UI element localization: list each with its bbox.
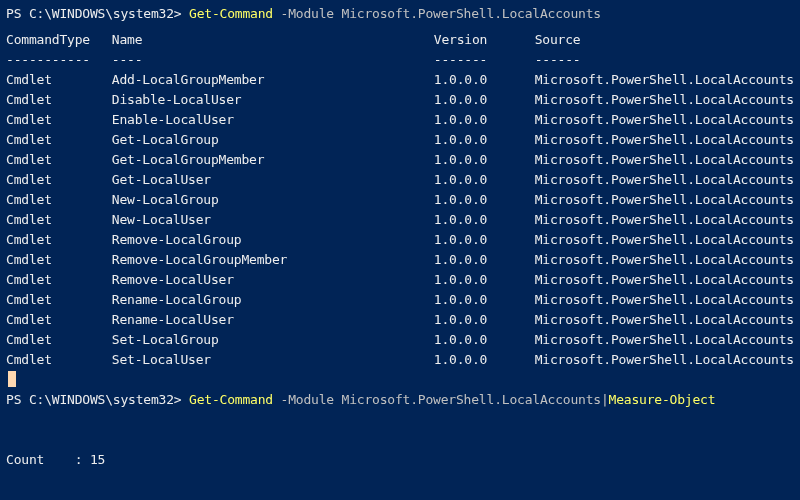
table-cell: 1.0.0.0 (434, 270, 535, 290)
table-cell: Set-LocalGroup (112, 330, 434, 350)
table-cell: Disable-LocalUser (112, 90, 434, 110)
table-row: CmdletGet-LocalGroupMember1.0.0.0Microso… (6, 150, 794, 170)
col-header: Name (112, 30, 434, 50)
table-cell: Get-LocalUser (112, 170, 434, 190)
table-row: CmdletSet-LocalGroup1.0.0.0Microsoft.Pow… (6, 330, 794, 350)
table-cell: New-LocalGroup (112, 190, 434, 210)
table-cell: Cmdlet (6, 90, 112, 110)
result-value: 15 (90, 452, 105, 467)
table-separator-row: ----------- ---- ------- ------ (6, 50, 794, 70)
table-row: CmdletRemove-LocalGroupMember1.0.0.0Micr… (6, 250, 794, 270)
table-row: CmdletRemove-LocalUser1.0.0.0Microsoft.P… (6, 270, 794, 290)
table-row: CmdletSet-LocalUser1.0.0.0Microsoft.Powe… (6, 350, 794, 370)
table-row: CmdletNew-LocalGroup1.0.0.0Microsoft.Pow… (6, 190, 794, 210)
table-cell: Microsoft.PowerShell.LocalAccounts (535, 150, 794, 170)
measure-result: Count : 15 (6, 450, 794, 470)
table-row: CmdletEnable-LocalUser1.0.0.0Microsoft.P… (6, 110, 794, 130)
table-cell: Cmdlet (6, 170, 112, 190)
table-cell: Cmdlet (6, 350, 112, 370)
command-output-table: CommandType Name Version Source --------… (6, 30, 794, 370)
table-cell: Microsoft.PowerShell.LocalAccounts (535, 350, 794, 370)
table-cell: Microsoft.PowerShell.LocalAccounts (535, 110, 794, 130)
prompt-line-1[interactable]: PS C:\WINDOWS\system32> Get-Command -Mod… (6, 4, 794, 24)
table-cell: Cmdlet (6, 70, 112, 90)
command-name: Get-Command (189, 6, 273, 21)
table-cell: Microsoft.PowerShell.LocalAccounts (535, 330, 794, 350)
table-cell: Cmdlet (6, 190, 112, 210)
table-row: CmdletNew-LocalUser1.0.0.0Microsoft.Powe… (6, 210, 794, 230)
table-cell: Microsoft.PowerShell.LocalAccounts (535, 310, 794, 330)
table-cell: Enable-LocalUser (112, 110, 434, 130)
table-cell: 1.0.0.0 (434, 330, 535, 350)
table-cell: Cmdlet (6, 250, 112, 270)
table-cell: 1.0.0.0 (434, 210, 535, 230)
table-cell: Cmdlet (6, 230, 112, 250)
table-cell: Cmdlet (6, 270, 112, 290)
table-cell: 1.0.0.0 (434, 70, 535, 90)
table-cell: New-LocalUser (112, 210, 434, 230)
table-row: CmdletDisable-LocalUser1.0.0.0Microsoft.… (6, 90, 794, 110)
table-cell: Get-LocalGroupMember (112, 150, 434, 170)
table-cell: 1.0.0.0 (434, 350, 535, 370)
table-cell: Microsoft.PowerShell.LocalAccounts (535, 90, 794, 110)
table-cell: 1.0.0.0 (434, 110, 535, 130)
table-cell: 1.0.0.0 (434, 190, 535, 210)
table-cell: Get-LocalGroup (112, 130, 434, 150)
table-cell: Microsoft.PowerShell.LocalAccounts (535, 250, 794, 270)
ps-prompt: PS C:\WINDOWS\system32> (6, 6, 189, 21)
command-name: Measure-Object (609, 392, 716, 407)
command-args: -Module Microsoft.PowerShell.LocalAccoun… (273, 6, 601, 21)
table-cell: 1.0.0.0 (434, 230, 535, 250)
table-row: CmdletRename-LocalUser1.0.0.0Microsoft.P… (6, 310, 794, 330)
table-cell: Add-LocalGroupMember (112, 70, 434, 90)
text-cursor (8, 371, 16, 387)
table-cell: Cmdlet (6, 290, 112, 310)
table-cell: Cmdlet (6, 210, 112, 230)
prompt-line-2[interactable]: PS C:\WINDOWS\system32> Get-Command -Mod… (6, 390, 794, 410)
table-cell: 1.0.0.0 (434, 90, 535, 110)
table-cell: 1.0.0.0 (434, 310, 535, 330)
command-args: -Module Microsoft.PowerShell.LocalAccoun… (273, 392, 609, 407)
table-cell: 1.0.0.0 (434, 170, 535, 190)
table-cell: 1.0.0.0 (434, 290, 535, 310)
col-header: CommandType (6, 30, 112, 50)
col-header: Version (434, 30, 535, 50)
table-cell: Cmdlet (6, 330, 112, 350)
table-cell: Rename-LocalUser (112, 310, 434, 330)
table-cell: Microsoft.PowerShell.LocalAccounts (535, 230, 794, 250)
table-cell: Cmdlet (6, 130, 112, 150)
table-cell: 1.0.0.0 (434, 150, 535, 170)
cursor-line (6, 370, 794, 390)
table-cell: Microsoft.PowerShell.LocalAccounts (535, 130, 794, 150)
table-row: CmdletGet-LocalUser1.0.0.0Microsoft.Powe… (6, 170, 794, 190)
table-header-row: CommandType Name Version Source (6, 30, 794, 50)
table-cell: Set-LocalUser (112, 350, 434, 370)
ps-prompt: PS C:\WINDOWS\system32> (6, 392, 189, 407)
table-cell: Cmdlet (6, 150, 112, 170)
table-cell: Microsoft.PowerShell.LocalAccounts (535, 290, 794, 310)
table-cell: Remove-LocalGroup (112, 230, 434, 250)
blank-line (6, 430, 794, 450)
col-header: Source (535, 30, 794, 50)
table-cell: Microsoft.PowerShell.LocalAccounts (535, 190, 794, 210)
table-cell: 1.0.0.0 (434, 250, 535, 270)
table-cell: Cmdlet (6, 310, 112, 330)
table-cell: Microsoft.PowerShell.LocalAccounts (535, 70, 794, 90)
result-colon: : (44, 452, 90, 467)
table-row: CmdletRemove-LocalGroup1.0.0.0Microsoft.… (6, 230, 794, 250)
table-row: CmdletRename-LocalGroup1.0.0.0Microsoft.… (6, 290, 794, 310)
table-cell: Rename-LocalGroup (112, 290, 434, 310)
table-cell: Microsoft.PowerShell.LocalAccounts (535, 170, 794, 190)
command-name: Get-Command (189, 392, 273, 407)
table-cell: Microsoft.PowerShell.LocalAccounts (535, 270, 794, 290)
table-cell: Microsoft.PowerShell.LocalAccounts (535, 210, 794, 230)
table-row: CmdletGet-LocalGroup1.0.0.0Microsoft.Pow… (6, 130, 794, 150)
table-cell: Remove-LocalUser (112, 270, 434, 290)
table-cell: Cmdlet (6, 110, 112, 130)
table-cell: Remove-LocalGroupMember (112, 250, 434, 270)
terminal-output: PS C:\WINDOWS\system32> Get-Command -Mod… (0, 0, 800, 474)
result-label: Count (6, 452, 44, 467)
table-cell: 1.0.0.0 (434, 130, 535, 150)
table-row: CmdletAdd-LocalGroupMember1.0.0.0Microso… (6, 70, 794, 90)
blank-line (6, 410, 794, 430)
